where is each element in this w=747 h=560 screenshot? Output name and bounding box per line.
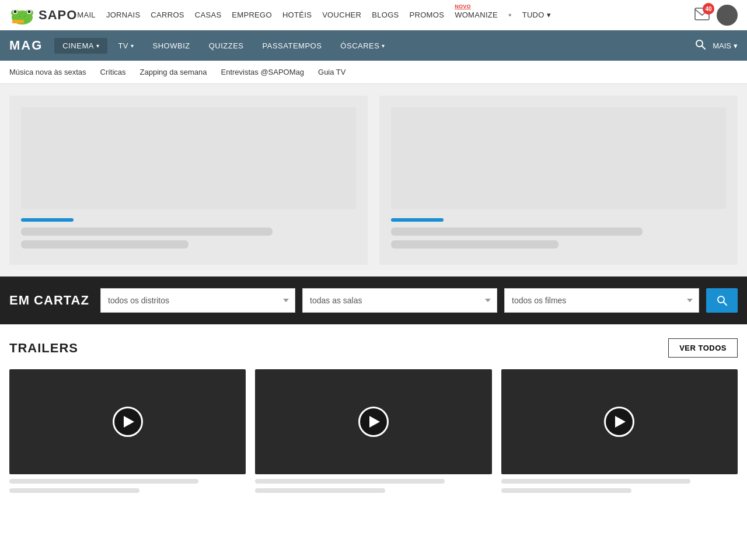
quizzes-label: QUIZZES [209, 41, 244, 50]
sapo-text: SAPO [39, 8, 77, 23]
trailers-header: TRAILERS VER TODOS [9, 338, 738, 358]
hero-subtitle-2 [391, 240, 558, 249]
subnav-zapping[interactable]: Zapping da semana [140, 68, 207, 76]
nav-jornais[interactable]: JORNAIS [106, 10, 140, 19]
svg-point-4 [14, 10, 17, 13]
play-button-2[interactable] [358, 407, 389, 437]
hero-image-1 [21, 107, 356, 209]
top-bar: SAPO MAIL JORNAIS CARROS CASAS EMPREGO H… [0, 0, 747, 30]
hero-title-2 [391, 228, 643, 236]
cinema-chevron: ▾ [96, 43, 100, 49]
nav-blogs[interactable]: BLOGS [372, 10, 399, 19]
hero-subtitle-1 [21, 240, 189, 249]
mag-nav-passatempos[interactable]: PASSATEMPOS [254, 38, 330, 54]
nav-casas[interactable]: CASAS [195, 10, 222, 19]
mag-right: MAIS ▾ [695, 39, 738, 52]
hero-image-2 [391, 107, 726, 209]
mail-icon-wrap[interactable]: 40 [694, 8, 710, 22]
nav-promos[interactable]: PROMOS [410, 10, 445, 19]
mail-badge: 40 [703, 3, 714, 15]
nav-hoteis[interactable]: HOTÉIS [282, 10, 312, 19]
mais-chevron: ▾ [734, 41, 738, 50]
filme-filter[interactable]: todos os filmes [504, 288, 699, 313]
hero-tag-1 [21, 218, 74, 222]
play-icon-3 [615, 416, 626, 428]
play-button-1[interactable] [113, 407, 143, 437]
nav-tudo[interactable]: TUDO ▾ [522, 10, 551, 19]
cinema-label: CINEMA [62, 41, 94, 50]
trailer-subtitle-3 [501, 488, 631, 493]
hero-title-1 [21, 228, 273, 236]
nav-separator: • [508, 10, 512, 20]
sapo-logo[interactable]: SAPO [9, 5, 77, 26]
trailer-title-3 [501, 479, 690, 484]
sala-filter[interactable]: todas as salas [302, 288, 497, 313]
sapo-frog-icon [9, 5, 35, 26]
trailers-grid [9, 369, 738, 493]
nav-mail[interactable]: MAIL [77, 10, 96, 19]
trailers-section: TRAILERS VER TODOS [0, 324, 747, 507]
trailer-thumb-2[interactable] [255, 369, 491, 474]
district-filter[interactable]: todos os distritos [100, 288, 295, 313]
mag-nav-showbiz[interactable]: SHOWBIZ [145, 38, 198, 54]
em-cartaz-title: EM CARTAZ [9, 293, 91, 308]
tv-label: TV [118, 41, 128, 50]
nav-womanize[interactable]: WOMANIZE [455, 10, 498, 19]
trailer-thumb-1[interactable] [9, 369, 246, 474]
mag-nav: CINEMA ▾ TV ▾ SHOWBIZ QUIZZES PASSATEMPO… [54, 38, 695, 54]
play-icon-1 [124, 416, 134, 428]
search-icon [695, 39, 706, 50]
svg-point-7 [19, 16, 21, 17]
hero-card-1[interactable] [9, 96, 368, 265]
svg-rect-9 [12, 20, 24, 23]
oscares-chevron: ▾ [382, 43, 385, 49]
mais-button[interactable]: MAIS ▾ [713, 41, 738, 50]
mag-bar: MAG CINEMA ▾ TV ▾ SHOWBIZ QUIZZES PASSAT… [0, 30, 747, 61]
em-cartaz-search-button[interactable] [706, 288, 738, 313]
nav-emprego[interactable]: EMPREGO [232, 10, 272, 19]
main-content [0, 84, 747, 276]
trailer-card-2 [255, 369, 491, 493]
trailer-title-1 [9, 479, 198, 484]
nav-voucher[interactable]: VOUCHER [322, 10, 361, 19]
mag-nav-oscares[interactable]: ÓSCARES ▾ [332, 38, 393, 54]
subnav-musica[interactable]: Música nova às sextas [9, 68, 86, 76]
trailer-subtitle-1 [9, 488, 139, 493]
trailers-title: TRAILERS [9, 341, 78, 356]
em-cartaz-filters: todos os distritos todas as salas todos … [100, 288, 738, 313]
mag-logo: MAG [9, 38, 43, 53]
sub-nav: Música nova às sextas Críticas Zapping d… [0, 61, 747, 84]
svg-point-8 [24, 16, 26, 17]
play-button-3[interactable] [604, 407, 634, 437]
trailer-card-1 [9, 369, 246, 493]
top-nav: MAIL JORNAIS CARROS CASAS EMPREGO HOTÉIS… [77, 10, 694, 20]
ver-todos-button[interactable]: VER TODOS [668, 338, 738, 358]
trailer-card-3 [501, 369, 738, 493]
hero-section [9, 96, 738, 265]
tv-chevron: ▾ [131, 43, 134, 49]
subnav-criticas[interactable]: Críticas [100, 68, 126, 76]
trailer-title-2 [255, 479, 444, 484]
svg-point-6 [28, 10, 31, 13]
mais-label: MAIS [713, 41, 731, 50]
top-right-icons: 40 [694, 5, 738, 26]
mag-nav-tv[interactable]: TV ▾ [110, 38, 142, 54]
passatempos-label: PASSATEMPOS [263, 41, 322, 50]
svg-line-14 [724, 302, 727, 305]
mag-search-button[interactable] [695, 39, 706, 52]
hero-card-2[interactable] [379, 96, 738, 265]
showbiz-label: SHOWBIZ [153, 41, 190, 50]
oscares-label: ÓSCARES [340, 41, 379, 50]
trailer-thumb-3[interactable] [501, 369, 738, 474]
mag-nav-cinema[interactable]: CINEMA ▾ [54, 38, 107, 54]
hero-tag-2 [391, 218, 444, 222]
em-cartaz-section: EM CARTAZ todos os distritos todas as sa… [0, 276, 747, 324]
nav-carros[interactable]: CARROS [151, 10, 184, 19]
play-icon-2 [369, 416, 380, 428]
mag-nav-quizzes[interactable]: QUIZZES [201, 38, 252, 54]
trailer-subtitle-2 [255, 488, 385, 493]
subnav-entrevistas[interactable]: Entrevistas @SAPOMag [221, 68, 305, 76]
em-cartaz-search-icon [717, 295, 727, 306]
subnav-guia-tv[interactable]: Guia TV [318, 68, 345, 76]
avatar[interactable] [717, 5, 738, 26]
